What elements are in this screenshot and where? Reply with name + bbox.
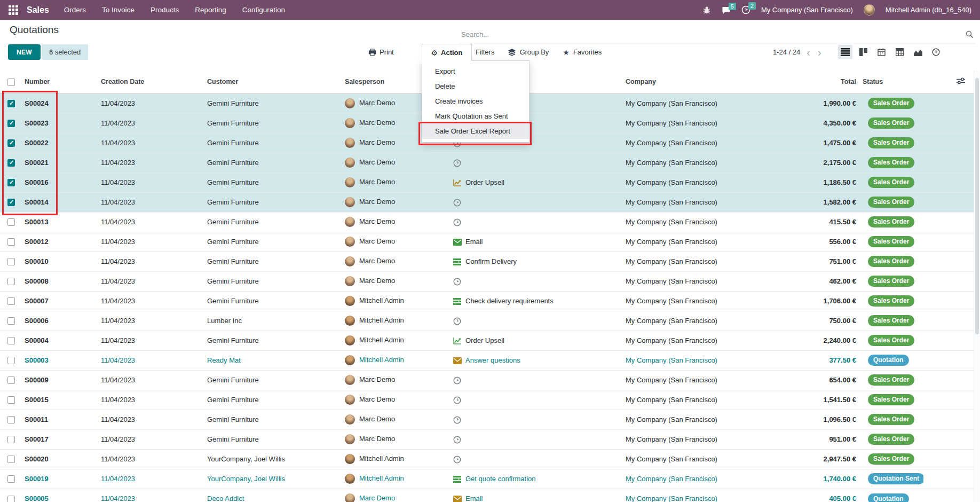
- activity-clock-icon[interactable]: [453, 456, 462, 464]
- activity-clock-icon[interactable]: [453, 199, 462, 207]
- row-checkbox[interactable]: [7, 496, 15, 502]
- table-row[interactable]: S0001311/04/2023Gemini FurnitureMarc Dem…: [0, 212, 974, 232]
- apps-menu-icon[interactable]: [9, 5, 18, 15]
- pager-next-icon[interactable]: ›: [817, 47, 823, 58]
- action-menu-item-mark-quotation-as-sent[interactable]: Mark Quotation as Sent: [422, 109, 529, 124]
- app-brand[interactable]: Sales: [27, 5, 49, 15]
- groupby-button[interactable]: Group By: [508, 44, 549, 60]
- pager-prev-icon[interactable]: ‹: [805, 47, 811, 58]
- col-header-total[interactable]: Total: [753, 70, 859, 93]
- col-header-status[interactable]: Status: [859, 70, 923, 93]
- table-row[interactable]: S0001211/04/2023Gemini FurnitureMarc Dem…: [0, 232, 974, 252]
- activity-envelope-icon[interactable]: [453, 239, 462, 246]
- row-checkbox[interactable]: [7, 456, 15, 463]
- table-row[interactable]: S0001111/04/2023Gemini FurnitureMarc Dem…: [0, 410, 974, 429]
- row-checkbox[interactable]: [7, 120, 15, 127]
- activity-envelope-icon[interactable]: [453, 496, 462, 502]
- table-row[interactable]: S0002111/04/2023Gemini FurnitureMarc Dem…: [0, 153, 974, 172]
- row-checkbox[interactable]: [7, 159, 15, 167]
- activity-clock-icon[interactable]: [453, 436, 462, 444]
- company-switcher[interactable]: My Company (San Francisco): [761, 6, 853, 14]
- navbar-menu-reporting[interactable]: Reporting: [195, 6, 226, 14]
- row-checkbox[interactable]: [7, 416, 15, 423]
- row-checkbox[interactable]: [7, 258, 15, 265]
- table-row[interactable]: S0000811/04/2023Gemini FurnitureMarc Dem…: [0, 271, 974, 291]
- activity-list-icon[interactable]: [453, 476, 462, 483]
- action-menu-item-export[interactable]: Export: [422, 64, 529, 79]
- col-header-number[interactable]: Number: [21, 70, 98, 93]
- table-row[interactable]: S0002011/04/2023YourCompany, Joel Willis…: [0, 449, 974, 469]
- new-button[interactable]: NEW: [8, 44, 41, 60]
- scrollbar-thumb[interactable]: [975, 78, 979, 334]
- col-header-company[interactable]: Company: [622, 70, 753, 93]
- table-row[interactable]: S0000711/04/2023Gemini FurnitureMitchell…: [0, 291, 974, 311]
- select-all-checkbox[interactable]: [7, 79, 15, 86]
- action-menu-item-create-invoices[interactable]: Create invoices: [422, 94, 529, 109]
- user-avatar[interactable]: [864, 4, 875, 15]
- activity-clock-icon[interactable]: [453, 278, 462, 286]
- table-row[interactable]: S0001711/04/2023Gemini FurnitureMarc Dem…: [0, 429, 974, 449]
- row-checkbox[interactable]: [7, 436, 15, 443]
- row-checkbox[interactable]: [7, 218, 15, 226]
- navbar-menu-configuration[interactable]: Configuration: [242, 6, 285, 14]
- col-header-creation-date[interactable]: Creation Date: [98, 70, 204, 93]
- activity-envelope-icon[interactable]: [453, 357, 462, 364]
- row-checkbox[interactable]: [7, 297, 15, 305]
- view-switch-calendar-icon[interactable]: [874, 45, 889, 59]
- row-checkbox[interactable]: [7, 396, 15, 404]
- table-row[interactable]: S0001611/04/2023Gemini FurnitureMarc Dem…: [0, 172, 974, 192]
- activity-clock-icon[interactable]: [453, 317, 462, 325]
- activity-chart-icon[interactable]: [453, 337, 462, 344]
- view-switch-graph-icon[interactable]: [911, 45, 925, 59]
- row-checkbox[interactable]: [7, 199, 15, 206]
- action-button[interactable]: ⚙ Action: [422, 44, 472, 61]
- search-icon[interactable]: [966, 30, 974, 41]
- activity-clock-icon[interactable]: [453, 159, 462, 167]
- activity-clock-icon[interactable]: [453, 377, 462, 385]
- activities-clock-icon[interactable]: 2: [741, 5, 750, 14]
- row-checkbox[interactable]: [7, 238, 15, 246]
- action-menu-item-delete[interactable]: Delete: [422, 79, 529, 94]
- navbar-menu-products[interactable]: Products: [151, 6, 179, 14]
- table-row[interactable]: S0000611/04/2023Lumber IncMitchell Admin…: [0, 311, 974, 331]
- view-switch-pivot-icon[interactable]: [892, 45, 907, 59]
- table-row[interactable]: S0001511/04/2023Gemini FurnitureMarc Dem…: [0, 390, 974, 410]
- row-checkbox[interactable]: [7, 139, 15, 147]
- row-checkbox[interactable]: [7, 179, 15, 186]
- favorites-button[interactable]: ★ Favorites: [563, 44, 602, 60]
- activity-list-icon[interactable]: [453, 258, 462, 265]
- optional-columns-icon[interactable]: [957, 79, 965, 86]
- messages-icon[interactable]: 5: [722, 6, 731, 14]
- row-checkbox[interactable]: [7, 377, 15, 384]
- activity-clock-icon[interactable]: [453, 396, 462, 404]
- table-row[interactable]: S0000411/04/2023Gemini FurnitureMitchell…: [0, 331, 974, 350]
- view-switch-list-icon[interactable]: [838, 45, 852, 59]
- table-row[interactable]: S0000511/04/2023Deco AddictMarc DemoEmai…: [0, 489, 974, 502]
- search-input[interactable]: [459, 26, 976, 43]
- navbar-menu-orders[interactable]: Orders: [64, 6, 86, 14]
- user-menu[interactable]: Mitchell Admin (db_16_540): [886, 6, 971, 14]
- row-checkbox[interactable]: [7, 475, 15, 483]
- navbar-menu-to-invoice[interactable]: To Invoice: [102, 6, 135, 14]
- vertical-scrollbar[interactable]: [974, 70, 980, 502]
- table-row[interactable]: S0000311/04/2023Ready MatMitchell AdminA…: [0, 350, 974, 370]
- row-checkbox[interactable]: [7, 100, 15, 107]
- selected-count-chip[interactable]: 6 selected: [42, 44, 88, 60]
- debug-bug-icon[interactable]: [702, 6, 711, 14]
- table-row[interactable]: S0001911/04/2023YourCompany, Joel Willis…: [0, 469, 974, 489]
- table-row[interactable]: S0001011/04/2023Gemini FurnitureMarc Dem…: [0, 252, 974, 271]
- activity-clock-icon[interactable]: [453, 218, 462, 226]
- row-checkbox[interactable]: [7, 357, 15, 364]
- action-menu-item-sale-order-excel-report[interactable]: Sale Order Excel Report: [422, 124, 529, 139]
- row-checkbox[interactable]: [7, 317, 15, 325]
- print-button[interactable]: Print: [368, 44, 394, 60]
- view-switch-kanban-icon[interactable]: [856, 45, 871, 59]
- view-switch-activity-icon[interactable]: [929, 45, 943, 59]
- activity-chart-icon[interactable]: [453, 179, 462, 186]
- table-row[interactable]: S0001411/04/2023Gemini FurnitureMarc Dem…: [0, 192, 974, 212]
- activity-clock-icon[interactable]: [453, 416, 462, 424]
- col-header-customer[interactable]: Customer: [204, 70, 342, 93]
- table-row[interactable]: S0000911/04/2023Gemini FurnitureMarc Dem…: [0, 370, 974, 390]
- row-checkbox[interactable]: [7, 278, 15, 285]
- activity-list-icon[interactable]: [453, 298, 462, 305]
